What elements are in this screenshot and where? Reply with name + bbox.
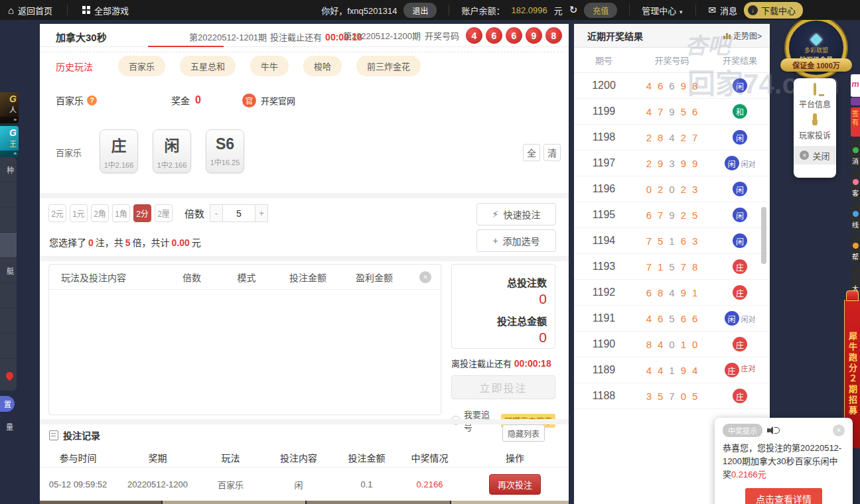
slip-column-header: 倍数 [165, 271, 218, 284]
play-tab[interactable]: 百家乐 [118, 56, 165, 76]
minus-button[interactable]: - [210, 204, 223, 222]
play-tab[interactable]: 五星总和 [180, 56, 236, 76]
left-menu-item[interactable] [0, 308, 17, 334]
result-digit: 9 [681, 365, 686, 376]
home-link[interactable]: ⌂ 返回首页 [8, 4, 52, 17]
sidebar-pill-2[interactable]: 量 [0, 419, 17, 434]
view-details-button[interactable]: 点击查看详情 [745, 488, 822, 504]
play-tab[interactable]: 前三炸金花 [356, 56, 421, 76]
left-menu-item[interactable]: 种 [0, 157, 17, 182]
bet-now-button[interactable]: 立即投注 [451, 375, 555, 399]
panel-close-button[interactable]: × 关闭 [794, 146, 836, 164]
edge-signin-tile[interactable]: 签 有 [851, 107, 860, 137]
left-menu-item[interactable]: 艇 [0, 258, 17, 283]
sidebar-pill-button[interactable]: 置 [0, 396, 15, 412]
multiplier-input[interactable]: 5 [223, 204, 255, 222]
bet-slip-table: 玩法及投注内容倍数模式投注金额盈利金额× [48, 264, 441, 415]
result-row: 119828427闲 [574, 125, 770, 151]
result-period: 1198 [574, 131, 634, 143]
left-menu-item[interactable] [0, 208, 17, 233]
active-indicator [148, 46, 224, 47]
result-period: 1195 [574, 209, 634, 221]
logout-button[interactable]: 退出 [403, 3, 437, 18]
result-digit: 9 [692, 158, 697, 169]
chevron-right-icon: » [0, 151, 19, 157]
play-tab[interactable]: 牛牛 [250, 56, 289, 76]
denomination-button[interactable]: 2厘 [155, 204, 173, 222]
bet-again-button[interactable]: 再次投注 [489, 474, 541, 495]
slip-countdown: 00:00:18 [514, 358, 551, 369]
edge-widget-tile[interactable]: 线 [851, 203, 860, 232]
edge-widget-tile[interactable]: 客 [851, 171, 860, 200]
official-site-link[interactable]: 开奖官网 [261, 94, 295, 107]
result-numbers: 46698 [634, 80, 710, 92]
result-badge: 闲 [733, 208, 747, 222]
bet-option-card[interactable]: 庄1中2.166 [100, 129, 138, 173]
denomination-button[interactable]: 2分 [133, 204, 151, 222]
result-digit: 6 [658, 313, 663, 324]
result-digit: 2 [681, 184, 686, 195]
left-menu-item[interactable] [0, 283, 17, 308]
sidebar-game-thumb-2[interactable]: G 王 » [0, 126, 19, 157]
edge-purple-tile[interactable] [851, 97, 860, 105]
slip-column-header: 投注金额 [275, 271, 341, 284]
history-play-link[interactable]: 历史玩法 [56, 60, 93, 73]
admin-center-menu[interactable]: 管理中心▼ [642, 4, 683, 17]
download-center-button[interactable]: ↓ 下载中心 [744, 2, 803, 19]
records-column-header: 投注内容 [262, 451, 335, 464]
main-panel: 加拿大30秒 第20220512-1201期 投注截止还有 00:00:18 第… [40, 24, 569, 504]
popup-close-icon[interactable]: × [833, 424, 845, 436]
bet-option-card[interactable]: S61中16.25 [206, 129, 244, 173]
edge-logo-tile[interactable]: m [851, 74, 860, 97]
denomination-button[interactable]: 1角 [112, 204, 130, 222]
result-digit: 6 [658, 80, 663, 92]
result-outcome: 庄 [710, 285, 770, 300]
quick-bet-button[interactable]: ⚡ 快速投注 [476, 203, 556, 225]
help-icon[interactable]: ? [87, 95, 97, 105]
stake-bar: 2元1元2角1角2分2厘 倍数 - 5 + [48, 204, 268, 222]
denomination-button[interactable]: 1元 [70, 204, 88, 222]
result-row: 119567925闲 [574, 202, 770, 228]
edge-widget-tile[interactable]: 消 [851, 139, 860, 168]
result-outcome: 和 [710, 104, 770, 119]
sidebar-game-thumb-1[interactable]: G 人 » [0, 92, 19, 123]
denomination-button[interactable]: 2元 [48, 204, 66, 222]
clear-button[interactable]: 清 [543, 144, 561, 161]
result-badge: 庄 [733, 337, 747, 351]
refresh-icon[interactable]: ↻ [569, 4, 578, 16]
results-header: 近期开奖结果 走势图> [574, 24, 770, 48]
result-digit: 5 [692, 210, 697, 221]
divider [449, 5, 449, 15]
result-digit: 2 [658, 184, 663, 195]
bet-option-card[interactable]: 闲1中2.166 [153, 129, 191, 173]
result-digit: 1 [658, 261, 663, 273]
denomination-button[interactable]: 2角 [91, 204, 109, 222]
select-all-button[interactable]: 全 [523, 144, 540, 161]
result-pair-tag: 闲对 [741, 314, 756, 324]
hide-list-button[interactable]: 隐藏列表 [502, 424, 545, 442]
add-selection-button[interactable]: + 添加选号 [476, 229, 556, 252]
trend-chart-link[interactable]: 走势图> [723, 30, 762, 41]
play-tab[interactable]: 梭哈 [303, 56, 342, 76]
platform-info-button[interactable]: 平台信息 [794, 78, 836, 109]
speaker-icon[interactable] [767, 426, 776, 434]
result-row: 118944194庄庄对 [574, 357, 770, 383]
result-digit: 6 [681, 313, 686, 324]
current-period-info: 第20220512-1201期 投注截止还有 00:00:18 [189, 31, 362, 43]
result-numbers: 28427 [634, 132, 710, 143]
edge-widget-tile[interactable]: 帮 [851, 235, 860, 264]
slip-close-icon[interactable]: × [419, 271, 431, 283]
plus-button[interactable]: + [255, 204, 268, 222]
last-draw-info: 第20220512-1200期 开奖号码 46698 [343, 27, 562, 44]
result-digit: 1 [669, 365, 674, 376]
left-menu-item[interactable] [0, 233, 17, 258]
left-menu-item[interactable] [0, 182, 17, 208]
draw-ball: 6 [506, 27, 522, 44]
left-menu-item[interactable] [0, 334, 17, 359]
total-amount-label: 投注总金额 [452, 314, 547, 328]
recharge-button[interactable]: 充值 [584, 3, 617, 18]
player-complaint-button[interactable]: 玩家投诉 [794, 109, 836, 141]
all-games-link[interactable]: 全部游戏 [82, 4, 129, 17]
messages-link[interactable]: ✉ 消息 [708, 4, 737, 17]
scrollbar-thumb[interactable] [761, 207, 766, 264]
